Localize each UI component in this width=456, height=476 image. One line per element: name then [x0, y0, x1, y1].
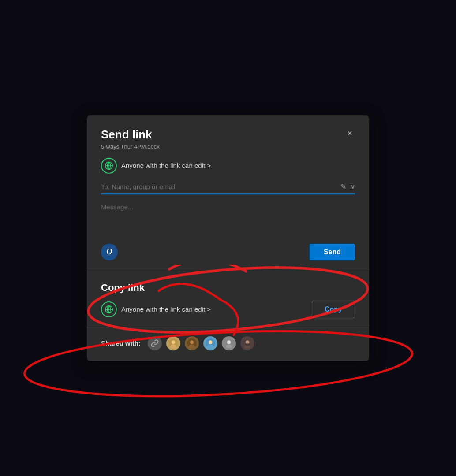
- svg-point-4: [87, 265, 369, 335]
- copy-permission-left[interactable]: Anyone with the link can edit >: [101, 301, 211, 317]
- globe-icon-copy: [101, 301, 117, 317]
- to-field-row: ✎ ∨: [101, 182, 355, 194]
- shared-with-section: Shared with:: [87, 327, 369, 361]
- annotation-circle: [87, 265, 369, 335]
- dialog-title: Send link: [101, 128, 152, 141]
- avatar-link[interactable]: [147, 335, 163, 351]
- send-link-dialog: Send link × 5-ways Thur 4PM.docx Anyone …: [87, 115, 369, 361]
- svg-point-10: [172, 340, 176, 344]
- send-permission-row[interactable]: Anyone with the link can edit >: [101, 158, 355, 174]
- pencil-icon[interactable]: ✎: [340, 182, 346, 191]
- chevron-down-icon[interactable]: ∨: [351, 183, 355, 190]
- copy-button[interactable]: Copy: [312, 301, 355, 318]
- svg-point-19: [227, 340, 231, 344]
- copy-permission-text: Anyone with the link can edit >: [121, 305, 211, 313]
- avatar-2[interactable]: [184, 335, 200, 351]
- send-row: O Send: [101, 244, 355, 260]
- copy-link-row: Anyone with the link can edit > Copy: [101, 301, 355, 318]
- dialog-header: Send link ×: [101, 128, 355, 141]
- avatar-1[interactable]: [165, 335, 181, 351]
- avatar-4[interactable]: [221, 335, 237, 351]
- to-input[interactable]: [101, 183, 336, 190]
- send-link-section: Send link × 5-ways Thur 4PM.docx Anyone …: [87, 115, 369, 271]
- outlook-icon[interactable]: O: [101, 244, 118, 260]
- send-permission-text: Anyone with the link can edit >: [121, 162, 211, 169]
- avatar-5[interactable]: [239, 335, 255, 351]
- send-button[interactable]: Send: [310, 244, 355, 260]
- close-button[interactable]: ×: [344, 128, 355, 138]
- svg-point-16: [209, 340, 213, 344]
- message-field[interactable]: Message...: [101, 201, 355, 237]
- copy-link-title: Copy link: [101, 282, 355, 294]
- avatar-3[interactable]: [202, 335, 218, 351]
- avatars-row: [147, 335, 255, 351]
- dialog-subtitle: 5-ways Thur 4PM.docx: [101, 143, 355, 150]
- globe-icon-send: [101, 158, 117, 174]
- svg-point-13: [190, 340, 194, 344]
- copy-link-section: Copy link Anyone with the link can edit …: [87, 271, 369, 327]
- svg-point-24: [245, 343, 250, 346]
- outlook-o-letter: O: [107, 247, 112, 257]
- shared-with-label: Shared with:: [101, 339, 141, 347]
